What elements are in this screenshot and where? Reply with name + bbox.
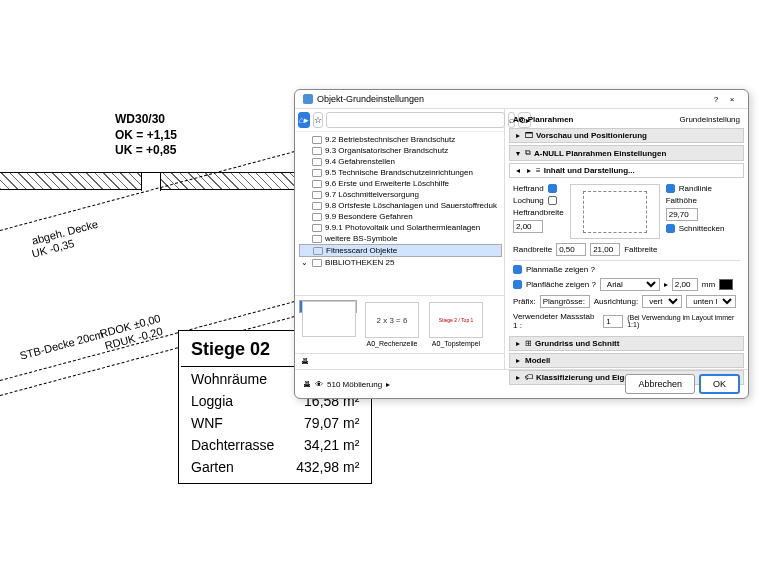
randlinie-checkbox[interactable] [666, 184, 675, 193]
dimension-wd: WD30/30 [115, 112, 177, 128]
table-row: WNF79,07 m² [181, 413, 369, 433]
planmasse-checkbox[interactable] [513, 265, 522, 274]
panel-settings[interactable]: ▾⧉A-NULL Planrahmen Einstellungen [509, 145, 744, 161]
cancel-button[interactable]: Abbrechen [625, 374, 695, 394]
ok-button[interactable]: OK [699, 374, 740, 394]
schnittecken-checkbox[interactable] [666, 224, 675, 233]
panel-preview[interactable]: ▸🗖Vorschau und Positionierung [509, 128, 744, 143]
favorite-button[interactable]: ☆ [313, 112, 323, 128]
heftrandbreite-input[interactable] [513, 220, 543, 233]
lochung-checkbox[interactable] [548, 196, 557, 205]
planflache-checkbox[interactable] [513, 280, 522, 289]
frame-preview [570, 184, 660, 239]
table-row: Dachterrasse34,21 m² [181, 435, 369, 455]
randbreite-input[interactable] [556, 243, 586, 256]
nav-fwd[interactable]: ▸ [525, 166, 533, 175]
layer-icon: 🖶 [301, 357, 309, 366]
ceiling-line [0, 150, 300, 231]
layer-icon: 👁 [315, 380, 323, 389]
randbreite2-input[interactable] [590, 243, 620, 256]
slab-label: STB-Decke 20cm [18, 328, 104, 362]
library-tree[interactable]: 9.2 Betriebstechnischer Brandschutz 9.3 … [295, 132, 504, 295]
thumb-rechenzeile[interactable]: 2 x 3 = 6A0_Rechenzeile [363, 300, 421, 349]
massstab-input[interactable] [603, 315, 623, 328]
falthohe-input[interactable] [666, 208, 698, 221]
panel-content-nav[interactable]: ◂ ▸ ≡ Inhalt und Darstellung... [509, 163, 744, 178]
panel-modell[interactable]: ▸Modell [509, 353, 744, 368]
font-select[interactable]: Arial [600, 278, 660, 291]
thumb-topstempel[interactable]: Stiege 2 / Top 1A0_Topstempel [427, 300, 485, 349]
object-name: A0_Planrahmen [513, 115, 573, 124]
prefix-input[interactable] [540, 295, 590, 308]
panel-grundriss[interactable]: ▸⊞Grundriss und Schnitt [509, 336, 744, 351]
help-button[interactable]: ? [708, 95, 724, 104]
layer-name[interactable]: 510 Möblierung [327, 380, 382, 389]
close-button[interactable]: × [724, 95, 740, 104]
search-input[interactable] [326, 112, 505, 128]
color-swatch[interactable] [719, 279, 733, 290]
layer-button-icon[interactable]: 🖶 [303, 380, 311, 389]
thumb-planrahmen[interactable]: A0_Planrahmen [299, 300, 357, 313]
app-icon [303, 94, 313, 104]
heftrand-checkbox[interactable] [548, 184, 557, 193]
dialog-title: Objekt-Grundeinstellungen [317, 94, 708, 104]
mode-label: Grundeinstellung [680, 115, 740, 124]
nav-back[interactable]: ◂ [514, 166, 522, 175]
fontsize-input[interactable] [672, 278, 698, 291]
dimension-ok: OK = +1,15 [115, 128, 177, 144]
object-settings-dialog: Objekt-Grundeinstellungen ? × ⌂▸ ☆ ⌕ ⚙▸ … [294, 89, 749, 399]
library-button[interactable]: ⌂▸ [298, 112, 310, 128]
dimension-uk: UK = +0,85 [115, 143, 177, 159]
wall-hatch [0, 172, 300, 190]
table-row: Garten432,98 m² [181, 457, 369, 481]
orient-select[interactable]: vertikal [642, 295, 682, 308]
align-select[interactable]: unten links [686, 295, 736, 308]
